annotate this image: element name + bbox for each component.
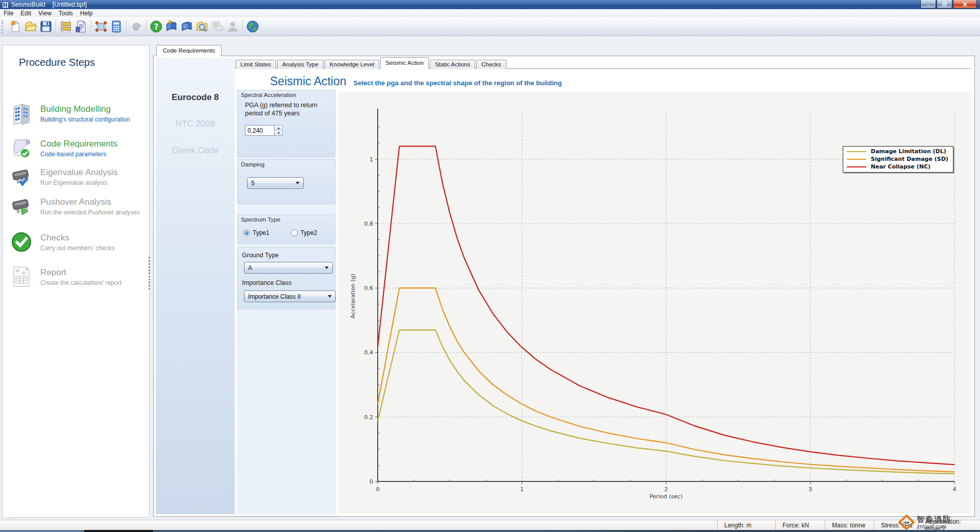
legend-swatch [847, 159, 866, 160]
step-title: Eigenvalue Analysis [40, 167, 117, 178]
watermark-line2: zmjaxf.com [917, 523, 951, 529]
sidebar-heading: Procedure Steps [19, 57, 95, 68]
sidebar-item-pushover-analysis[interactable]: Pushover AnalysisRun the selected Pushov… [10, 195, 140, 218]
status-mass: Mass: tonne [825, 520, 874, 530]
menu-edit[interactable]: Edit [17, 10, 35, 17]
controls-column: Spectral Acceleration PGA (g) referred t… [237, 90, 336, 514]
svg-text:0: 0 [376, 486, 380, 493]
step-title: Checks [40, 233, 115, 243]
importance-class-select[interactable]: Importance Class II [244, 291, 336, 302]
group-label: Spectrum Type [241, 216, 280, 223]
tab-seismic-action[interactable]: Seismic Action [380, 57, 429, 69]
code-option-eurocode8[interactable]: Eurocode 8 [156, 92, 235, 103]
eigenvalue-icon [10, 165, 33, 188]
step-subtitle: Run Eigenvalue analysis [40, 179, 117, 186]
importance-class-label: Importance Class [242, 279, 291, 286]
radio-type1[interactable]: Type1 [243, 229, 270, 236]
tab-analysis-type[interactable]: Analysis Type [277, 60, 324, 69]
close-button[interactable] [953, 0, 977, 9]
tab-checks[interactable]: Checks [476, 60, 506, 69]
tab-code-requirements[interactable]: Code Requirements [156, 45, 222, 56]
sidebar-item-report[interactable]: ReportCreate the calculations' report [10, 265, 121, 288]
sidebar-item-code-requirements[interactable]: Code RequirementsCode-based parameters [10, 136, 117, 160]
minimize-button[interactable] [920, 0, 936, 9]
svg-text:3: 3 [808, 486, 812, 493]
window-bottom-border [0, 530, 980, 532]
tab-limit-states[interactable]: Limit States [235, 60, 276, 69]
procedure-steps-panel: Procedure Steps Building ModellingBuildi… [2, 45, 150, 518]
save-icon[interactable] [38, 19, 54, 34]
code-option-greek[interactable]: Greek Code [156, 146, 235, 156]
spin-up-icon[interactable] [277, 127, 280, 129]
frame-view-icon[interactable] [58, 19, 74, 34]
report-icon [10, 265, 33, 288]
menu-file[interactable]: File [0, 10, 17, 17]
book-star-icon[interactable] [164, 19, 179, 34]
code-option-ntc2008[interactable]: NTC 2008 [156, 119, 235, 129]
step-subtitle: Code-based parameters [40, 151, 117, 158]
step-title: Pushover Analysis [40, 197, 140, 207]
legend-entry: Near Collapse (NC) [847, 163, 948, 170]
svg-text:0.4: 0.4 [364, 349, 374, 356]
svg-text:0.6: 0.6 [364, 285, 374, 292]
code-selector-band: Eurocode 8 NTC 2008 Greek Code [156, 58, 235, 514]
model-viewer-icon[interactable] [93, 19, 109, 34]
book-arrow-icon[interactable] [179, 19, 194, 34]
radio-type2[interactable]: Type2 [291, 229, 317, 236]
step-subtitle: Run the selected Pushover analyses [40, 209, 140, 216]
report-document-icon[interactable] [74, 19, 89, 34]
status-force: Force: kN [775, 520, 825, 530]
ground-type-label: Ground Type [242, 252, 279, 259]
ground-type-select[interactable]: A [244, 262, 333, 274]
watermark-line1: 智淼消防 [917, 515, 951, 523]
pga-input[interactable] [245, 125, 275, 136]
new-document-icon[interactable] [8, 19, 23, 34]
svg-text:1: 1 [370, 156, 373, 163]
spectrum-chart: 0123400.20.40.60.81Period (sec)Accelarat… [338, 92, 971, 514]
globe-icon[interactable] [245, 19, 260, 34]
legend-label: Damage Limitation (DL) [871, 148, 946, 155]
restore-button[interactable] [937, 0, 952, 9]
app-icon [2, 2, 9, 8]
tab-control: Code Requirements Eurocode 8 NTC 2008 Gr… [153, 45, 975, 517]
check-circle-icon [10, 230, 33, 254]
calculator-icon[interactable] [109, 19, 124, 34]
menu-tools[interactable]: Tools [55, 10, 77, 17]
legend-entry: Damage Limitation (DL) [847, 148, 948, 155]
sidebar-item-checks[interactable]: ChecksCarry out members' checks [10, 230, 115, 254]
tab-static-actions[interactable]: Static Actions [430, 60, 475, 69]
menu-view[interactable]: View [35, 10, 55, 17]
menu-help[interactable]: Help [77, 10, 96, 17]
page-subtitle: Select the pga and the spectral shape of… [354, 79, 562, 87]
site-group: Ground Type A Importance Class Importanc… [237, 247, 335, 309]
open-folder-icon[interactable] [23, 19, 38, 34]
comments-icon[interactable] [210, 19, 225, 34]
radio-icon [291, 229, 298, 236]
sidebar-item-eigenvalue-analysis[interactable]: Eigenvalue AnalysisRun Eigenvalue analys… [10, 165, 117, 188]
help-icon[interactable]: ? [149, 19, 164, 34]
pga-stepper[interactable] [275, 125, 283, 136]
svg-text:Period (sec): Period (sec) [650, 493, 683, 500]
legend-swatch [847, 151, 866, 152]
subtab-strip: Limit States Analysis Type Knowledge Lev… [235, 58, 971, 69]
legend-label: Near Collapse (NC) [871, 163, 930, 170]
page-title: Seismic Action [270, 75, 347, 88]
user-icon[interactable] [225, 19, 240, 34]
step-subtitle: Carry out members' checks [40, 245, 115, 252]
toolbar-grip[interactable] [2, 20, 5, 33]
step-title: Code Requirements [40, 139, 117, 149]
spin-down-icon[interactable] [277, 132, 280, 134]
run-icon[interactable] [129, 19, 144, 34]
tab-knowledge-level[interactable]: Knowledge Level [325, 60, 380, 69]
folder-search-icon[interactable] [194, 19, 210, 34]
toolbar: ? [0, 17, 980, 36]
title-bar: SeismoBuild [Untitled.bpf] [0, 0, 980, 9]
svg-text:4: 4 [953, 486, 957, 493]
watermark: 智淼消防zmjaxf.com [898, 515, 951, 530]
sidebar-item-building-modelling[interactable]: Building ModellingBuilding's structural … [10, 102, 130, 125]
watermark-logo-icon [898, 515, 915, 530]
step-title: Report [40, 268, 121, 278]
pga-description: PGA (g) referred to return period of 475… [245, 102, 325, 117]
damping-select[interactable]: 5 [247, 177, 304, 189]
svg-text:0: 0 [370, 478, 373, 485]
